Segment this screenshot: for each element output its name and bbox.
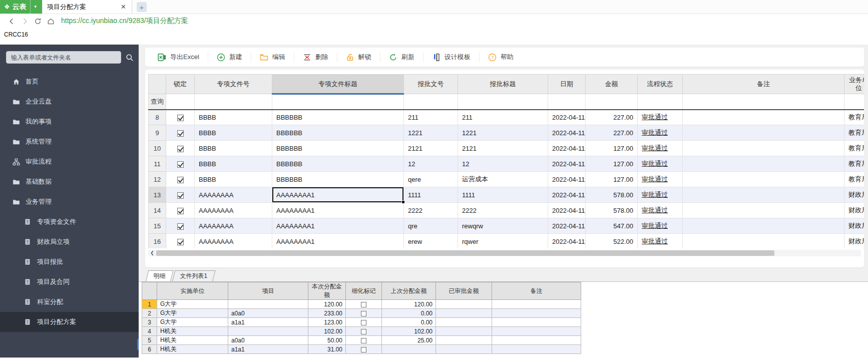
cell-date[interactable]: 2022-04-11 bbox=[548, 172, 586, 187]
sidebar-item-9[interactable]: 项目报批 bbox=[0, 252, 139, 272]
cell-status[interactable]: 审批通过 bbox=[638, 156, 683, 172]
detail-column-header[interactable]: 项目 bbox=[228, 282, 308, 300]
detail-cell-approved[interactable] bbox=[436, 318, 492, 327]
detail-cell-approved[interactable] bbox=[436, 309, 492, 318]
lock-checkbox[interactable] bbox=[177, 239, 184, 245]
toolbar-excel-button[interactable]: 导出Excel bbox=[149, 52, 208, 62]
cell-approve_title[interactable]: 12 bbox=[458, 156, 548, 172]
lock-checkbox[interactable] bbox=[177, 161, 184, 168]
cell-locked[interactable] bbox=[166, 187, 195, 203]
detail-cell-amount[interactable]: 31.00 bbox=[308, 345, 346, 354]
lock-checkbox[interactable] bbox=[177, 192, 184, 199]
filter-cell[interactable] bbox=[638, 94, 683, 110]
scroll-left-icon[interactable]: ❮ bbox=[148, 250, 156, 256]
status-link[interactable]: 审批通过 bbox=[642, 191, 668, 198]
detail-row-number[interactable]: 1 bbox=[142, 300, 157, 309]
row-number[interactable]: 12 bbox=[149, 172, 166, 187]
detail-cell-project[interactable]: a0a0 bbox=[228, 336, 308, 345]
sidebar-item-1[interactable]: 企业云盘 bbox=[0, 92, 139, 112]
cell-date[interactable]: 2022-04-11 bbox=[548, 203, 586, 218]
filter-cell[interactable] bbox=[404, 94, 458, 110]
cell-file_title[interactable]: BBBBBB bbox=[272, 110, 404, 125]
cell-status[interactable]: 审批通过 bbox=[638, 110, 683, 125]
detail-tab-1[interactable]: 文件列表1 bbox=[172, 270, 215, 281]
lock-checkbox[interactable] bbox=[177, 208, 184, 214]
reload-icon[interactable] bbox=[31, 18, 44, 25]
sidebar-item-7[interactable]: 专项资金文件 bbox=[0, 212, 139, 232]
cell-file_no[interactable]: BBBB bbox=[195, 141, 272, 156]
detail-cell-prev_amount[interactable]: 0.00 bbox=[382, 309, 436, 318]
status-link[interactable]: 审批通过 bbox=[642, 206, 668, 214]
detail-cell-prev_amount[interactable]: 0.00 bbox=[382, 318, 436, 327]
detail-row-number[interactable]: 5 bbox=[142, 336, 157, 345]
filter-cell[interactable] bbox=[195, 94, 272, 110]
cell-locked[interactable] bbox=[166, 110, 195, 125]
row-number[interactable]: 10 bbox=[149, 141, 166, 156]
detail-cell-project[interactable]: a1a1 bbox=[228, 345, 308, 354]
filter-cell[interactable] bbox=[844, 94, 864, 110]
detail-cell-flag[interactable] bbox=[346, 309, 382, 318]
cell-approve_no[interactable]: 1111 bbox=[404, 187, 458, 203]
cell-status[interactable]: 审批通过 bbox=[638, 203, 683, 218]
filter-cell[interactable] bbox=[548, 94, 586, 110]
cell-approve_no[interactable]: 211 bbox=[404, 110, 458, 125]
detail-cell-remark[interactable] bbox=[492, 318, 581, 327]
toolbar-help-button[interactable]: ?帮助 bbox=[480, 52, 522, 62]
toolbar-refresh-button[interactable]: 刷新 bbox=[380, 52, 423, 62]
cell-approve_title[interactable]: rqwer bbox=[458, 234, 548, 249]
flag-checkbox[interactable] bbox=[361, 347, 366, 352]
cell-file_no[interactable]: AAAAAAAA bbox=[195, 218, 272, 234]
detail-column-header[interactable]: 备注 bbox=[492, 282, 581, 300]
lock-checkbox[interactable] bbox=[177, 146, 184, 152]
detail-cell-unit[interactable]: H机关 bbox=[157, 327, 228, 336]
lock-checkbox[interactable] bbox=[177, 130, 184, 137]
lock-checkbox[interactable] bbox=[177, 177, 184, 183]
detail-cell-project[interactable] bbox=[228, 300, 308, 309]
status-link[interactable]: 审批通过 bbox=[642, 144, 668, 152]
cell-approve_no[interactable]: qere bbox=[404, 172, 458, 187]
cell-approve_title[interactable]: 2121 bbox=[458, 141, 548, 156]
filter-cell[interactable] bbox=[272, 94, 404, 110]
detail-row-number[interactable]: 6 bbox=[142, 345, 157, 354]
cell-amount[interactable]: 522.00 bbox=[586, 234, 638, 249]
detail-cell-amount[interactable]: 120.00 bbox=[308, 300, 346, 309]
cell-locked[interactable] bbox=[166, 234, 195, 249]
cell-status[interactable]: 审批通过 bbox=[638, 141, 683, 156]
cell-file_no[interactable]: AAAAAAAA bbox=[195, 234, 272, 249]
detail-column-header[interactable]: 已审批金额 bbox=[436, 282, 492, 300]
detail-cell-unit[interactable]: G大学 bbox=[157, 309, 228, 318]
detail-row-number[interactable]: 3 bbox=[142, 318, 157, 327]
cell-status[interactable]: 审批通过 bbox=[638, 218, 683, 234]
grid-corner[interactable] bbox=[149, 75, 166, 94]
status-link[interactable]: 审批通过 bbox=[642, 160, 668, 167]
column-header[interactable]: 专项文件号 bbox=[195, 75, 272, 94]
detail-cell-remark[interactable] bbox=[492, 345, 581, 354]
cell-file_no[interactable]: AAAAAAAA bbox=[195, 187, 272, 203]
cell-approve_title[interactable]: 211 bbox=[458, 110, 548, 125]
detail-column-header[interactable]: 本次分配金额 bbox=[308, 282, 346, 300]
cell-amount[interactable]: 127.00 bbox=[586, 172, 638, 187]
detail-cell-amount[interactable]: 233.00 bbox=[308, 309, 346, 318]
cell-amount[interactable]: 127.00 bbox=[586, 156, 638, 172]
detail-cell-flag[interactable] bbox=[346, 327, 382, 336]
cell-approve_no[interactable]: 12 bbox=[404, 156, 458, 172]
flag-checkbox[interactable] bbox=[361, 338, 366, 343]
cell-approve_title[interactable]: rewqrw bbox=[458, 218, 548, 234]
cell-amount[interactable]: 227.00 bbox=[586, 125, 638, 141]
cell-locked[interactable] bbox=[166, 203, 195, 218]
cell-date[interactable]: 2022-04-11 bbox=[548, 125, 586, 141]
cell-file_no[interactable]: BBBB bbox=[195, 125, 272, 141]
detail-cell-project[interactable]: a0a0 bbox=[228, 309, 308, 318]
tab-close-icon[interactable]: ✕ bbox=[120, 3, 127, 11]
column-header[interactable]: 流程状态 bbox=[638, 75, 683, 94]
detail-cell-amount[interactable]: 50.00 bbox=[308, 336, 346, 345]
address-url[interactable]: https://cc.iyunbiao.cn/9283/项目分配方案 bbox=[61, 17, 188, 26]
cell-status[interactable]: 审批通过 bbox=[638, 172, 683, 187]
detail-cell-flag[interactable] bbox=[346, 345, 382, 354]
cell-status[interactable]: 审批通过 bbox=[638, 234, 683, 249]
sidebar-item-6[interactable]: 业务管理 bbox=[0, 192, 139, 212]
status-link[interactable]: 审批通过 bbox=[642, 129, 668, 136]
detail-cell-flag[interactable] bbox=[346, 336, 382, 345]
cell-approve_no[interactable]: erew bbox=[404, 234, 458, 249]
sidebar-search-input[interactable] bbox=[6, 51, 121, 64]
